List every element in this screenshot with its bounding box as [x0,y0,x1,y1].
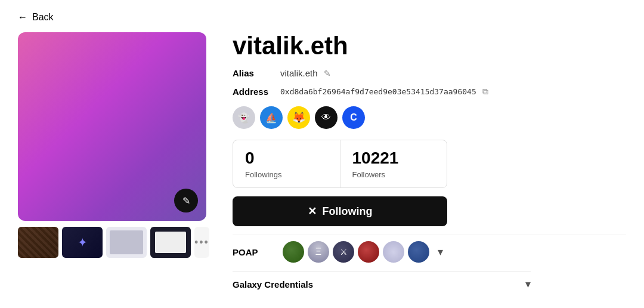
address-label: Address [233,87,274,97]
poap-badge-6[interactable] [408,241,429,263]
followings-label: Followings [245,170,328,179]
alias-edit-icon[interactable]: ✎ [324,69,331,78]
poap-badge-5[interactable] [383,241,404,263]
looksrare-icon: 👁 [321,112,331,123]
pencil-icon: ✎ [182,195,190,207]
x-icon: ✕ [308,205,317,218]
back-label: Back [32,12,54,23]
thumbnails-row: ••• [18,227,209,258]
back-button[interactable]: ← Back [18,12,54,23]
coinbase-icon: C [350,112,357,123]
copy-icon[interactable]: ⧉ [482,87,488,97]
galaxy-expand-button[interactable]: ▾ [525,278,531,291]
poap-badge-4[interactable] [358,241,379,263]
poap-icons [283,241,429,263]
following-label: Following [323,205,373,218]
thumbnail-2[interactable] [62,227,103,258]
alias-value: vitalik.eth [280,68,318,78]
galaxy-row: Galaxy Credentials ▾ [233,271,531,291]
social-icons-row: 👻 ⛵ 🦊 👁 C [233,106,626,129]
address-row: Address 0xd8da6bf26964af9d7eed9e03e53415… [233,87,626,97]
profile-image: ✎ [18,32,206,221]
poap-badge-1[interactable] [283,241,304,263]
chevron-down-icon: ▾ [438,246,443,258]
thumbnail-4[interactable] [150,227,191,258]
address-value: 0xd8da6bf26964af9d7eed9e03e53415d37aa960… [280,87,476,96]
left-panel: ✎ ••• [18,32,209,296]
poap-badge-3[interactable] [333,241,354,263]
social-icon-ghost[interactable]: 👻 [233,106,255,129]
rarible-icon: 🦊 [292,111,305,124]
followings-count: 0 [245,149,328,168]
stats-row: 0 Followings 10221 Followers [233,140,447,188]
alias-label: Alias [233,68,274,78]
social-icon-coinbase[interactable]: C [342,106,365,129]
social-icon-rarible[interactable]: 🦊 [287,106,310,129]
right-panel: vitalik.eth Alias vitalik.eth ✎ Address … [233,32,626,296]
edit-image-button[interactable]: ✎ [174,189,198,212]
following-button[interactable]: ✕ Following [233,196,447,226]
followers-count: 10221 [352,149,435,168]
page-container: ← Back ✎ ••• vitalik.eth [0,0,644,308]
followers-label: Followers [352,170,435,179]
main-content: ✎ ••• vitalik.eth Alias vitalik.eth ✎ [18,32,626,296]
alias-row: Alias vitalik.eth ✎ [233,68,626,78]
thumbnail-more[interactable]: ••• [194,227,209,258]
poap-row: POAP ▾ [233,235,626,263]
social-icon-looksrare[interactable]: 👁 [315,106,338,129]
thumbnail-3[interactable] [106,227,147,258]
poap-label: POAP [233,247,274,257]
followers-block: 10221 Followers [340,140,447,187]
galaxy-chevron-down-icon: ▾ [525,278,531,290]
social-icon-opensea[interactable]: ⛵ [260,106,283,129]
opensea-icon: ⛵ [265,112,277,124]
followings-block: 0 Followings [233,140,340,187]
thumbnail-1[interactable] [18,227,58,258]
back-arrow-icon: ← [18,12,27,23]
more-dots: ••• [194,236,209,249]
galaxy-label: Galaxy Credentials [233,279,313,289]
profile-name: vitalik.eth [233,32,626,60]
poap-expand-button[interactable]: ▾ [438,245,443,258]
ghost-icon: 👻 [238,112,250,124]
poap-badge-2[interactable] [308,241,329,263]
